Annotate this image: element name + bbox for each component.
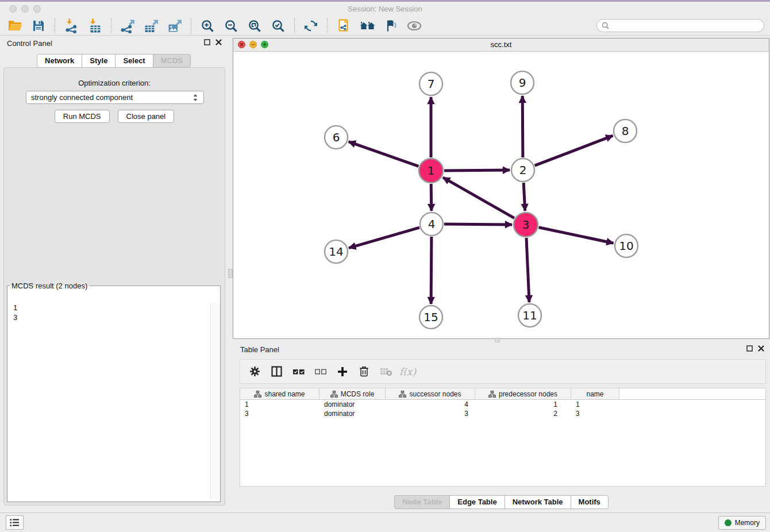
close-panel-button[interactable]: Close panel (118, 110, 175, 123)
network-window-title: scc.txt (233, 38, 769, 51)
export-table-icon[interactable] (142, 17, 160, 34)
svg-text:10: 10 (619, 239, 633, 253)
graph-edge-2-9[interactable] (522, 96, 523, 157)
column-label: shared name (264, 390, 305, 398)
tab-edge-table[interactable]: Edge Table (449, 495, 505, 509)
mcds-result-list[interactable]: 13 (9, 303, 218, 499)
table-row-1[interactable]: 1dominator411 (240, 400, 765, 409)
tab-motifs[interactable]: Motifs (571, 495, 609, 509)
cell-mcds-role[interactable]: dominator (319, 410, 386, 418)
refresh-layout-icon[interactable] (302, 17, 320, 34)
task-history-button[interactable] (6, 515, 24, 530)
import-table-icon[interactable] (86, 17, 104, 34)
cell-successor-nodes[interactable]: 3 (386, 410, 475, 418)
zoom-selected-icon[interactable] (269, 17, 287, 34)
mcds-result-item: 3 (9, 313, 218, 322)
graph-node-3[interactable]: 3 (514, 213, 538, 237)
apply-style-icon[interactable] (334, 17, 353, 34)
tab-node-table[interactable]: Node Table (394, 495, 450, 509)
column-header-name[interactable]: name (571, 388, 619, 399)
zoom-fit-icon[interactable] (245, 17, 264, 34)
cell-shared-name[interactable]: 3 (240, 410, 319, 418)
graph-node-8[interactable]: 8 (614, 119, 637, 142)
graph-node-6[interactable]: 6 (325, 126, 348, 149)
close-panel-icon[interactable] (215, 39, 222, 45)
tab-network[interactable]: Network (37, 54, 82, 68)
flag-icon[interactable] (382, 17, 400, 34)
cell-shared-name[interactable]: 1 (240, 400, 319, 408)
cell-mcds-role[interactable]: dominator (319, 400, 386, 408)
save-session-icon[interactable] (29, 17, 48, 34)
column-header-successor-nodes[interactable]: successor nodes (386, 388, 475, 399)
export-network-icon[interactable] (118, 17, 137, 34)
column-header-predecessor-nodes[interactable]: predecessor nodes (475, 388, 571, 399)
frame-close-icon[interactable] (238, 41, 245, 48)
column-layout-icon[interactable] (269, 364, 284, 379)
home-icon[interactable] (358, 17, 376, 34)
graph-edge-3-10[interactable] (539, 228, 614, 243)
search-input[interactable] (613, 21, 757, 30)
graph-edge-1-2[interactable] (444, 170, 510, 171)
float-panel-icon[interactable] (746, 345, 753, 352)
graph-node-14[interactable]: 14 (325, 240, 348, 263)
graph-node-9[interactable]: 9 (511, 71, 534, 94)
control-panel-title: Control Panel (7, 39, 52, 48)
graph-edge-3-1[interactable] (443, 178, 514, 218)
cell-name[interactable]: 3 (571, 410, 619, 418)
graph-edge-4-3[interactable] (444, 224, 512, 225)
zoom-out-icon[interactable] (222, 17, 240, 34)
tab-select[interactable]: Select (115, 54, 153, 68)
close-panel-icon[interactable] (758, 345, 764, 352)
network-window-titlebar[interactable]: scc.txt (233, 38, 769, 52)
mcds-result-scrollbar[interactable] (210, 303, 218, 499)
graph-edge-4-14[interactable] (349, 228, 419, 248)
graph-edge-2-8[interactable] (535, 136, 613, 165)
criterion-select[interactable]: strongly connected component (26, 91, 204, 104)
column-header-mcds-role[interactable]: MCDS role (319, 388, 386, 399)
cell-predecessor-nodes[interactable]: 2 (475, 410, 571, 418)
graph-edge-2-3[interactable] (523, 183, 525, 211)
show-all-columns-icon[interactable] (291, 364, 306, 379)
delete-column-icon[interactable] (356, 364, 372, 379)
float-panel-icon[interactable] (204, 39, 210, 45)
frame-minimize-icon[interactable] (249, 41, 257, 48)
graph-node-7[interactable]: 7 (419, 72, 442, 95)
graph-node-10[interactable]: 10 (615, 234, 638, 257)
graph-node-4[interactable]: 4 (420, 213, 443, 236)
table-row-2[interactable]: 3dominator323 (240, 409, 765, 418)
graph-edge-4-15[interactable] (431, 237, 432, 304)
graph-node-11[interactable]: 11 (518, 304, 541, 327)
search-box[interactable] (596, 19, 764, 32)
tab-style[interactable]: Style (82, 54, 116, 68)
app-titlebar: Session: New Session (0, 2, 770, 16)
frame-maximize-icon[interactable] (261, 41, 268, 48)
memory-button[interactable]: Memory (718, 516, 766, 530)
network-view-window: scc.txt 1234678910111415 (233, 38, 769, 339)
import-network-icon[interactable] (62, 17, 80, 34)
horizontal-splitter-handle[interactable] (495, 338, 500, 342)
graph-node-1[interactable]: 1 (419, 159, 443, 183)
table-settings-icon[interactable] (247, 364, 263, 379)
network-canvas[interactable]: 1234678910111415 (233, 51, 769, 338)
graph-edge-1-4[interactable] (431, 184, 432, 211)
tab-mcds[interactable]: MCDS (153, 54, 191, 68)
add-column-icon[interactable] (334, 364, 350, 379)
hide-all-columns-icon[interactable] (313, 364, 328, 379)
export-image-icon[interactable] (165, 17, 184, 34)
minimize-window-icon[interactable] (21, 5, 29, 13)
open-session-icon[interactable] (6, 17, 24, 34)
tab-network-table[interactable]: Network Table (505, 495, 571, 509)
cell-name[interactable]: 1 (571, 400, 619, 408)
graph-node-15[interactable]: 15 (419, 306, 442, 329)
graph-edge-1-6[interactable] (349, 142, 419, 167)
graph-node-2[interactable]: 2 (511, 159, 534, 182)
graph-edge-3-11[interactable] (526, 238, 529, 302)
zoom-in-icon[interactable] (198, 17, 217, 34)
run-mcds-button[interactable]: Run MCDS (55, 110, 110, 123)
close-window-icon[interactable] (9, 5, 17, 13)
vertical-splitter-handle[interactable] (228, 269, 233, 278)
cell-successor-nodes[interactable]: 4 (386, 400, 475, 408)
cell-predecessor-nodes[interactable]: 1 (475, 400, 571, 408)
column-header-shared-name[interactable]: shared name (240, 388, 319, 399)
zoom-window-icon[interactable] (33, 5, 41, 13)
